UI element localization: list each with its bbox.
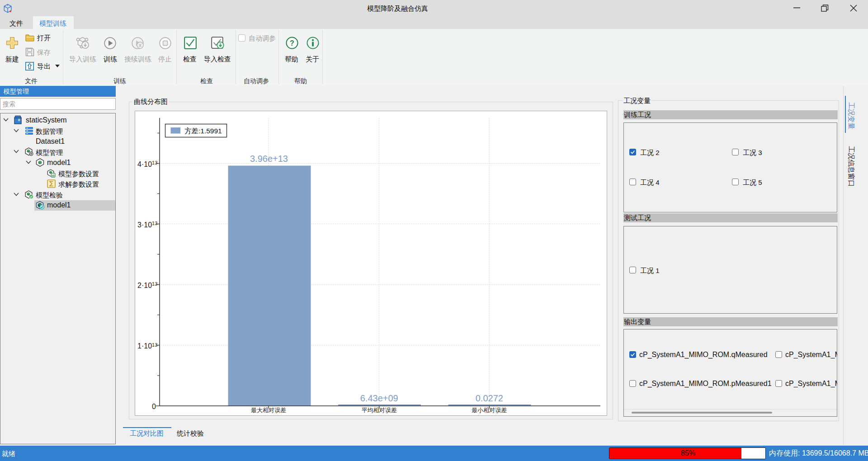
svg-text:0: 0 (152, 403, 156, 410)
svg-text:最小相对误差: 最小相对误差 (472, 407, 507, 414)
svg-text:6.43e+09: 6.43e+09 (360, 393, 398, 403)
svg-text:3.96e+13: 3.96e+13 (250, 154, 288, 164)
svg-text:?: ? (290, 39, 294, 47)
svg-text:方差:1.5991: 方差:1.5991 (184, 127, 222, 135)
svg-text:平均相对误差: 平均相对误差 (362, 407, 397, 414)
svg-text:最大相对误差: 最大相对误差 (251, 407, 286, 414)
svg-text:0.0272: 0.0272 (476, 393, 503, 403)
